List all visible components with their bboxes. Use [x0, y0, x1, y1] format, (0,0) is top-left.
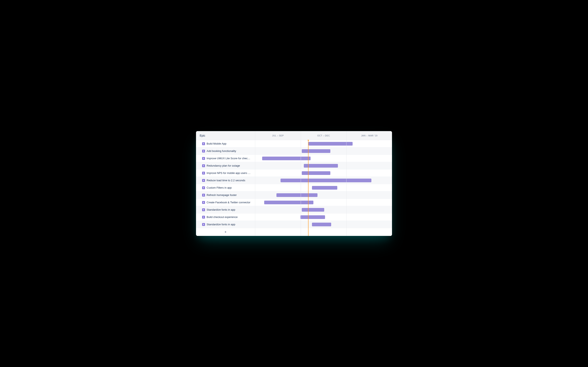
header-row: Epic JUL – SEP OCT – DEC JAN – MAR '19 — [196, 131, 392, 140]
timeline-cell[interactable] — [255, 169, 392, 176]
timeline-cell[interactable] — [255, 140, 392, 147]
timeline-col-q3: JUL – SEP — [255, 131, 301, 140]
epic-label: Redundancy plan for outage — [207, 164, 240, 167]
roadmap-body: Build Mobile AppAdd booking functionalit… — [196, 140, 392, 236]
epic-bar[interactable] — [302, 208, 324, 212]
add-epic-button[interactable]: + — [196, 228, 255, 236]
timeline-cell[interactable] — [255, 177, 392, 184]
timeline-cell[interactable] — [255, 192, 392, 199]
epic-bar[interactable] — [300, 215, 325, 219]
epic-row[interactable]: Create Facebook & Twitter connector — [196, 199, 392, 206]
epic-cell[interactable]: Improve UMUX Lite Score for checko… — [196, 155, 255, 162]
timeline-col-label: JUL – SEP — [272, 134, 284, 137]
epic-label: Standardize fonts in app — [207, 208, 235, 211]
epic-bar[interactable] — [281, 179, 372, 182]
epic-row[interactable]: Refresh homepage footer — [196, 192, 392, 199]
timeline-col-label: JAN – MAR '19 — [361, 134, 378, 137]
timeline-cell[interactable] — [255, 184, 392, 191]
timeline-cell[interactable] — [255, 221, 392, 228]
epic-row[interactable]: Standardize fonts in app — [196, 206, 392, 213]
epic-cell[interactable]: Standardize fonts in app — [196, 221, 255, 228]
epic-column-header: Epic — [196, 131, 255, 140]
epic-row[interactable]: Build checkout experience — [196, 213, 392, 221]
timeline-cell[interactable] — [255, 199, 392, 206]
timeline-col-label: OCT – DEC — [317, 134, 330, 137]
epic-row[interactable]: Reduce load time to 2.2 seconds — [196, 177, 392, 184]
add-row: + — [196, 228, 392, 236]
timeline-col-q4: OCT – DEC — [301, 131, 347, 140]
epic-label: Improve NPS for mobile app users by … — [207, 171, 251, 175]
epic-icon — [202, 208, 205, 211]
epic-row[interactable]: Add booking functionality — [196, 147, 392, 155]
epic-rows-container: Build Mobile AppAdd booking functionalit… — [196, 140, 392, 228]
epic-row[interactable]: Redundancy plan for outage — [196, 162, 392, 169]
epic-label: Add booking functionality — [207, 150, 236, 152]
epic-cell[interactable]: Improve NPS for mobile app users by … — [196, 169, 255, 176]
epic-icon — [202, 179, 205, 182]
epic-icon — [202, 223, 205, 226]
epic-cell[interactable]: Build Mobile App — [196, 140, 255, 147]
epic-cell[interactable]: Reduce load time to 2.2 seconds — [196, 177, 255, 184]
epic-bar[interactable] — [262, 157, 311, 160]
epic-bar[interactable] — [302, 171, 330, 175]
epic-icon — [202, 164, 205, 167]
epic-row[interactable]: Custom Filters in app — [196, 184, 392, 192]
epic-cell[interactable]: Redundancy plan for outage — [196, 162, 255, 169]
epic-icon — [202, 216, 205, 218]
timeline-cell[interactable] — [255, 147, 392, 155]
epic-icon — [202, 142, 205, 145]
add-row-timeline — [255, 228, 392, 236]
epic-row[interactable]: Standardize fonts in app — [196, 221, 392, 228]
epic-label: Build Mobile App — [207, 142, 226, 145]
epic-label: Create Facebook & Twitter connector — [207, 201, 250, 204]
epic-icon — [202, 150, 205, 152]
epic-bar[interactable] — [304, 164, 338, 167]
epic-icon — [202, 186, 205, 189]
epic-icon — [202, 194, 205, 197]
timeline-cell[interactable] — [255, 155, 392, 162]
epic-bar[interactable] — [277, 193, 318, 197]
timeline-cell[interactable] — [255, 162, 392, 169]
epic-icon — [202, 157, 205, 160]
plus-icon: + — [224, 230, 227, 234]
epic-cell[interactable]: Refresh homepage footer — [196, 192, 255, 199]
epic-label: Reduce load time to 2.2 seconds — [207, 179, 245, 182]
timeline-col-q1-19: JAN – MAR '19 — [346, 131, 392, 140]
epic-icon — [202, 172, 205, 175]
timeline-cell[interactable] — [255, 213, 392, 221]
epic-bar[interactable] — [309, 142, 353, 146]
epic-label: Custom Filters in app — [207, 186, 232, 189]
roadmap-window: Epic JUL – SEP OCT – DEC JAN – MAR '19 B… — [196, 131, 392, 236]
epic-cell[interactable]: Add booking functionality — [196, 147, 255, 155]
epic-row[interactable]: Improve UMUX Lite Score for checko… — [196, 155, 392, 162]
timeline-header: JUL – SEP OCT – DEC JAN – MAR '19 — [255, 131, 392, 140]
epic-cell[interactable]: Build checkout experience — [196, 213, 255, 221]
epic-bar[interactable] — [312, 223, 331, 226]
epic-label: Improve UMUX Lite Score for checko… — [207, 157, 251, 160]
epic-icon — [202, 201, 205, 204]
epic-bar[interactable] — [302, 149, 330, 153]
epic-header-label: Epic — [200, 134, 205, 137]
epic-cell[interactable]: Custom Filters in app — [196, 184, 255, 191]
epic-label: Build checkout experience — [207, 216, 238, 218]
epic-cell[interactable]: Standardize fonts in app — [196, 206, 255, 213]
epic-label: Refresh homepage footer — [207, 193, 237, 197]
epic-row[interactable]: Build Mobile App — [196, 140, 392, 147]
epic-label: Standardize fonts in app — [207, 223, 235, 226]
epic-row[interactable]: Improve NPS for mobile app users by … — [196, 169, 392, 177]
epic-cell[interactable]: Create Facebook & Twitter connector — [196, 199, 255, 206]
timeline-cell[interactable] — [255, 206, 392, 213]
epic-bar[interactable] — [312, 186, 337, 190]
epic-bar[interactable] — [264, 201, 313, 204]
